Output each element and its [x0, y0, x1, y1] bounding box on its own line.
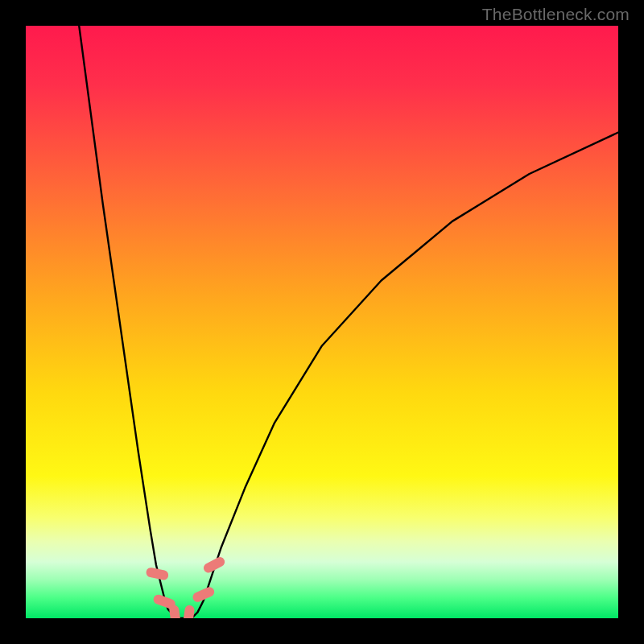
- chart-frame: TheBottleneck.com: [0, 0, 644, 644]
- watermark-text: TheBottleneck.com: [482, 5, 630, 24]
- plot-area: [26, 26, 618, 618]
- curve-layer: [26, 26, 618, 618]
- curve-marker-5: [202, 555, 226, 575]
- series-right-branch: [186, 132, 618, 618]
- series-left-branch: [79, 26, 185, 618]
- curve-marker-3: [183, 605, 196, 618]
